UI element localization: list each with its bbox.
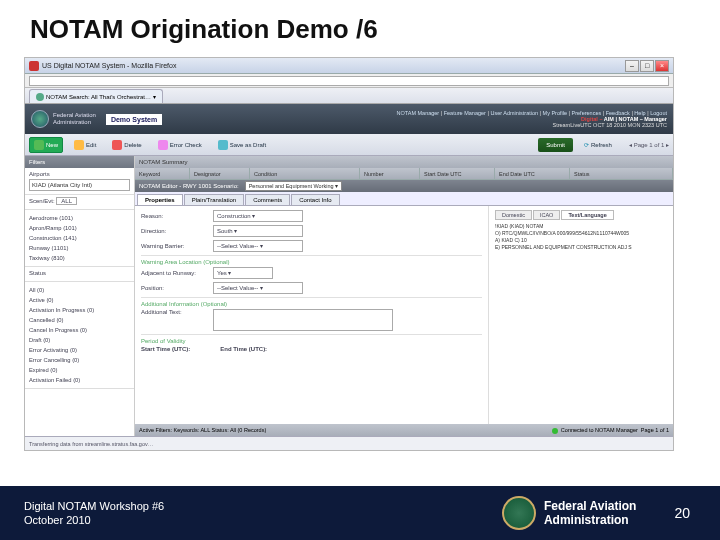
demo-system-badge: Demo System	[106, 114, 162, 125]
additional-text-input[interactable]	[213, 309, 393, 331]
summary-columns: Keyword Designator Condition Number Star…	[135, 168, 673, 180]
tree-item[interactable]: Error Activating (0)	[29, 345, 130, 355]
form-left: Reason:Construction ▾ Direction:South ▾ …	[135, 206, 488, 424]
edit-button[interactable]: Edit	[69, 137, 101, 153]
dropdown-icon[interactable]: ▾	[153, 93, 156, 100]
slide-title: NOTAM Origination Demo /6	[0, 0, 720, 57]
minimize-button[interactable]: –	[625, 60, 639, 72]
tree-item[interactable]: Draft (0)	[29, 335, 130, 345]
airports-select[interactable]: KIAD (Atlanta City Intl)	[29, 179, 130, 191]
notam-preview: !KIAD (KIAD) NOTAM O) RTC/QMWLC/IV/NBO/A…	[495, 223, 667, 251]
col-keyword[interactable]: Keyword	[135, 168, 190, 179]
warning-area-header: Warning Area Location (Optional)	[141, 255, 482, 265]
pager-label: ◂ Page 1 of 1 ▸	[629, 141, 669, 148]
delete-button[interactable]: Delete	[107, 137, 146, 153]
save-icon	[218, 140, 228, 150]
form-right: Domestic ICAO Text/Language !KIAD (KIAD)…	[488, 206, 673, 424]
connection-status-icon	[552, 428, 558, 434]
link-feature-manager[interactable]: Feature Manager	[444, 110, 486, 116]
position-select[interactable]: --Select Value-- ▾	[213, 282, 303, 294]
browser-statusbar: Transferring data from streamline.stratu…	[25, 436, 673, 450]
browser-tab-notam[interactable]: NOTAM Search: All That's Orchestrat… ▾	[29, 89, 163, 103]
tab-plain-translation[interactable]: Plain/Translation	[184, 194, 244, 205]
scenario-title: NOTAM Editor - RWY 1001 Scenario:	[139, 183, 239, 189]
save-draft-button[interactable]: Save as Draft	[213, 137, 271, 153]
close-button[interactable]: ×	[655, 60, 669, 72]
trash-icon	[112, 140, 122, 150]
refresh-button[interactable]: ⟳Refresh	[579, 137, 617, 153]
tab-properties[interactable]: Properties	[137, 194, 183, 205]
tree-item[interactable]: Construction (141)	[29, 233, 130, 243]
submit-button[interactable]: Submit	[538, 138, 573, 152]
summary-title: NOTAM Summary	[135, 156, 673, 168]
col-number[interactable]: Number	[360, 168, 420, 179]
tree-item[interactable]: Expired (0)	[29, 365, 130, 375]
tree-item[interactable]: All (0)	[29, 285, 130, 295]
direction-select[interactable]: South ▾	[213, 225, 303, 237]
active-filters-text: Active Filters: Keywords: ALL Status: Al…	[139, 424, 266, 436]
col-start[interactable]: Start Date UTC	[420, 168, 495, 179]
refresh-icon: ⟳	[584, 141, 589, 148]
sidebar: Filters Airports KIAD (Atlanta City Intl…	[25, 156, 135, 436]
page-number: 20	[674, 505, 690, 521]
browser-tabs: NOTAM Search: All That's Orchestrat… ▾	[25, 88, 673, 104]
col-end[interactable]: End Date UTC	[495, 168, 570, 179]
tree-item[interactable]: Runway (1101)	[29, 243, 130, 253]
globe-icon	[36, 93, 44, 101]
scenario-value[interactable]: ALL	[56, 197, 77, 205]
faa-text: Federal AviationAdministration	[544, 499, 636, 527]
col-status[interactable]: Status	[570, 168, 673, 179]
adjacent-rwy-select[interactable]: Yes ▾	[213, 267, 273, 279]
filters-header: Filters	[25, 156, 134, 168]
next-page-icon[interactable]: ▸	[666, 142, 669, 148]
window-titlebar: US Digital NOTAM System - Mozilla Firefo…	[25, 58, 673, 74]
tree-item[interactable]: Activation In Progress (0)	[29, 305, 130, 315]
link-notam-manager[interactable]: NOTAM Manager	[397, 110, 440, 116]
check-icon	[158, 140, 168, 150]
status-page: Page 1 of 1	[641, 427, 669, 433]
col-designator[interactable]: Designator	[190, 168, 250, 179]
app-window: US Digital NOTAM System - Mozilla Firefo…	[24, 57, 674, 451]
firefox-icon	[29, 61, 39, 71]
window-title: US Digital NOTAM System - Mozilla Firefo…	[42, 62, 176, 69]
error-check-button[interactable]: Error Check	[153, 137, 207, 153]
tree-item[interactable]: Activation Failed (0)	[29, 375, 130, 385]
prev-page-icon[interactable]: ◂	[629, 142, 632, 148]
start-time-label: Start Time (UTC):	[141, 346, 190, 352]
content-area: NOTAM Summary Keyword Designator Conditi…	[135, 156, 673, 436]
tree-item[interactable]: Error Cancelling (0)	[29, 355, 130, 365]
tab-comments[interactable]: Comments	[245, 194, 290, 205]
mini-tab-domestic[interactable]: Domestic	[495, 210, 532, 220]
scenario-bar: NOTAM Editor - RWY 1001 Scenario: Person…	[135, 180, 673, 192]
reason-select[interactable]: Construction ▾	[213, 210, 303, 222]
toolbar: New Edit Delete Error Check Save as Draf…	[25, 134, 673, 156]
tree-item[interactable]: Apron/Ramp (101)	[29, 223, 130, 233]
url-bar-row	[25, 74, 673, 88]
pencil-icon	[74, 140, 84, 150]
scenario-tree: Aerodrome (101) Apron/Ramp (101) Constru…	[25, 210, 134, 267]
status-tree: All (0) Active (0) Activation In Progres…	[25, 282, 134, 389]
tree-item[interactable]: Taxiway (810)	[29, 253, 130, 263]
url-input[interactable]	[29, 76, 669, 86]
additional-text-label: Additional Text:	[141, 309, 209, 315]
tree-item[interactable]: Aerodrome (101)	[29, 213, 130, 223]
header-timestamp: StreamLiveUTC OCT 18 2010 MON 2323 UTC	[397, 122, 667, 128]
col-condition[interactable]: Condition	[250, 168, 360, 179]
tree-item[interactable]: Cancel In Progress (0)	[29, 325, 130, 335]
new-button[interactable]: New	[29, 137, 63, 153]
link-my-profile[interactable]: My Profile	[543, 110, 567, 116]
adjacent-rwy-label: Adjacent to Runway:	[141, 270, 209, 276]
warning-barrier-select[interactable]: --Select Value-- ▾	[213, 240, 303, 252]
scenario-select[interactable]: Personnel and Equipment Working ▾	[245, 181, 342, 191]
tab-contact-info[interactable]: Contact Info	[291, 194, 339, 205]
footer-line2: October 2010	[24, 513, 164, 527]
app-header: Federal AviationAdministration Demo Syst…	[25, 104, 673, 134]
maximize-button[interactable]: □	[640, 60, 654, 72]
link-user-admin[interactable]: User Administration	[490, 110, 538, 116]
mini-tab-icao[interactable]: ICAO	[533, 210, 560, 220]
mini-tab-text-language[interactable]: Text/Language	[561, 210, 613, 220]
tree-item[interactable]: Cancelled (0)	[29, 315, 130, 325]
tab-label: NOTAM Search: All That's Orchestrat…	[46, 94, 151, 100]
position-label: Position:	[141, 285, 209, 291]
tree-item[interactable]: Active (0)	[29, 295, 130, 305]
